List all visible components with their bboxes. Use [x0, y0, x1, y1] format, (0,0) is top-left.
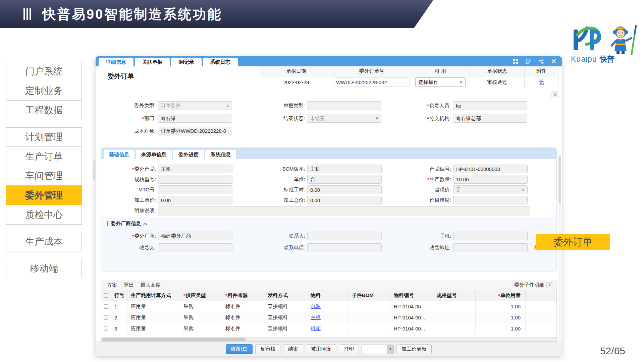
slide-banner: 快普易90智能制造系统功能	[0, 0, 433, 28]
sidebar-item-quality-center[interactable]: 质检中心	[6, 205, 82, 225]
bom-version-input[interactable]: 主机	[307, 165, 382, 173]
fullscreen-icon[interactable]	[513, 59, 518, 64]
cell-consumption-calc: 应用量	[127, 301, 180, 312]
close-icon[interactable]	[551, 59, 556, 64]
responsible-person-input[interactable]: kp	[453, 101, 527, 110]
sidebar-item-production-cost[interactable]: 生产成本	[6, 232, 82, 251]
grid-collapse-button[interactable]	[546, 282, 552, 288]
col-child-bom: 子件BOM	[348, 290, 390, 301]
tab-system-log[interactable]: 系统日志	[203, 58, 238, 66]
production-qty-input[interactable]: 10.00	[453, 175, 528, 184]
tab-related-documents[interactable]: 关联单据	[135, 58, 170, 66]
process-unit-price-input[interactable]: 0.00	[158, 196, 232, 204]
more-actions-select[interactable]: ▼	[362, 345, 394, 354]
field-label: 产品编号:	[384, 166, 453, 172]
sidebar-item-workshop-management[interactable]: 车间管理	[6, 166, 82, 186]
window-side-handle[interactable]	[93, 160, 96, 181]
form-title: 委外订单	[107, 72, 134, 81]
max-height-button[interactable]: 最大高度	[141, 282, 161, 288]
field-label: *委外产品:	[101, 166, 158, 172]
tab-detail-info[interactable]: 详细信息	[99, 58, 133, 66]
material-link[interactable]: 机箱	[311, 325, 321, 332]
cell-supply-type: 采购	[180, 312, 222, 323]
product-code-input[interactable]: HP-0101-00000003	[453, 165, 528, 173]
horizontal-scrollbar[interactable]	[101, 337, 556, 341]
row-checkbox[interactable]	[104, 315, 108, 320]
title-bars-icon	[23, 8, 31, 20]
scheme-button[interactable]: 方案	[107, 282, 117, 288]
additional-notes-textarea[interactable]	[158, 206, 530, 216]
sidebar-item-plan-management[interactable]: 计划管理	[6, 127, 82, 147]
chevron-down-icon: ∨	[522, 187, 525, 192]
field-label: 委外类型:	[96, 103, 158, 109]
cost-object-input[interactable]: 订单委外WWDD-20220228-0	[158, 127, 232, 135]
tax-included-select[interactable]: 是∨	[453, 185, 528, 194]
spec-model-input[interactable]	[158, 175, 232, 184]
tab-source-document[interactable]: 来源单信息	[136, 150, 172, 159]
tab-basic-info[interactable]: 基础信息	[104, 150, 135, 159]
table-row[interactable]: 1 应用量 采购 标准件 直接领料 电源 HP-0104-00... 1.00	[101, 301, 556, 312]
row-checkbox[interactable]	[104, 304, 108, 309]
header-col-date: 单据日期	[260, 66, 332, 76]
material-link[interactable]: 主板	[311, 314, 321, 321]
scrollbar-thumb[interactable]	[102, 338, 246, 341]
field-label: 结案状态:	[235, 115, 307, 122]
cell-row-number: 2	[111, 312, 127, 323]
closing-status-select[interactable]: 未结案∨	[307, 114, 381, 123]
usage-status-button[interactable]: 被用情况	[306, 344, 336, 354]
export-button[interactable]: 导出	[124, 282, 134, 288]
share-icon[interactable]	[538, 59, 544, 64]
collapse-header-button[interactable]	[551, 91, 559, 98]
modify-button[interactable]: 修改(E)	[226, 344, 253, 354]
sidebar-item-portal[interactable]: 门户系统	[6, 62, 82, 81]
field-label: 联系人:	[235, 233, 307, 239]
sidebar-item-engineering-data[interactable]: 工程数据	[6, 101, 82, 120]
close-case-button[interactable]: 结案	[283, 344, 303, 354]
chevron-up-icon[interactable]	[143, 223, 147, 225]
document-type-input[interactable]	[307, 101, 381, 110]
scrollbar-thumb[interactable]	[558, 156, 561, 203]
select-all-checkbox[interactable]	[104, 293, 108, 298]
tab-outsourcing-progress[interactable]: 委外进度	[173, 150, 204, 159]
col-issue-method: 发料方式	[264, 290, 307, 301]
branch-input[interactable]: 奇石缘总部	[453, 114, 527, 123]
delivery-address-input[interactable]	[453, 243, 528, 252]
page-number: 52/65	[600, 345, 625, 357]
outsourced-product-input[interactable]: 主机	[158, 165, 232, 173]
tab-system-info[interactable]: 系统信息	[205, 150, 236, 159]
outsourcing-type-select[interactable]: 订单委外∨	[158, 101, 232, 110]
tab-im-records[interactable]: IM记录	[171, 58, 202, 66]
material-link[interactable]: 电源	[311, 303, 321, 310]
contact-phone-input[interactable]	[307, 243, 382, 252]
svg-text:IM: IM	[527, 60, 529, 62]
sidebar-item-outsourcing-management[interactable]: 委外管理	[6, 186, 82, 205]
order-number-input[interactable]: WWDD-20220228-002	[334, 77, 410, 87]
row-checkbox[interactable]	[104, 326, 108, 331]
vendor-name-input[interactable]: 福建委外厂商	[158, 232, 232, 240]
table-row[interactable]: 3 应用量 采购 标准件 直接领料 机箱 HP-0104-00... 1.00	[101, 323, 556, 334]
sidebar-item-production-order[interactable]: 生产订单	[6, 147, 82, 166]
document-header-table: 单据日期 委外订单号 引 用 单据状态 附件 2022-02-28 WWDD-2…	[260, 66, 558, 88]
consignee-input[interactable]	[158, 243, 232, 252]
field-label: 成本对象:	[96, 128, 158, 134]
print-button[interactable]: 打印	[339, 344, 359, 354]
contact-person-input[interactable]	[307, 232, 382, 240]
sidebar-item-custom-business[interactable]: 定制业务	[6, 81, 82, 101]
sidebar-item-mobile[interactable]: 移动端	[6, 259, 82, 278]
table-row[interactable]: 2 应用量 采购 标准件 直接领料 主板 HP-0104-00... 1.00	[101, 312, 556, 323]
field-label: *负责人员:	[384, 103, 453, 109]
im-chat-icon[interactable]: IM	[525, 59, 531, 64]
process-price-update-button[interactable]: 加工价更新	[396, 344, 432, 354]
unapprove-button[interactable]: 反审核	[255, 344, 280, 354]
unit-input[interactable]: 台	[307, 175, 382, 184]
standard-hours-input[interactable]: 0.00	[307, 185, 382, 194]
reference-select[interactable]: 选择操作 ∨	[415, 77, 466, 87]
mobile-input[interactable]	[453, 232, 528, 240]
department-input[interactable]: 奇石缘	[158, 114, 232, 123]
cell-unit-usage: 1.00	[476, 323, 526, 334]
mto-number-input[interactable]	[158, 185, 232, 194]
process-total-price-input[interactable]: 0.00	[307, 196, 382, 204]
attachment-link[interactable]: 无	[539, 79, 544, 85]
field-label: MTO号:	[101, 187, 158, 193]
price-dimension-input[interactable]	[453, 196, 528, 204]
